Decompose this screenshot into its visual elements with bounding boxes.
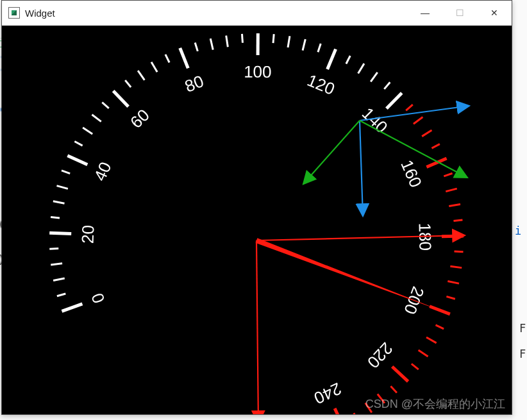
minor-tick <box>242 34 242 43</box>
minor-tick <box>195 43 197 51</box>
backdrop-fragment: F <box>519 348 526 360</box>
minor-tick <box>226 35 228 47</box>
minor-tick <box>426 337 437 343</box>
minor-tick <box>446 189 456 192</box>
major-tick <box>335 408 344 414</box>
minor-tick <box>384 82 390 89</box>
minor-tick <box>412 364 419 369</box>
major-tick <box>328 49 336 69</box>
tick-label: 0 <box>87 290 108 306</box>
minor-tick <box>446 296 455 299</box>
tick-label: 160 <box>397 157 426 190</box>
tick-label: 240 <box>311 379 344 408</box>
minor-tick <box>414 117 422 124</box>
major-tick <box>62 304 82 312</box>
close-button[interactable]: ✕ <box>477 1 512 25</box>
major-tick <box>49 233 71 233</box>
major-tick <box>180 48 188 69</box>
tick-label: 60 <box>126 105 153 132</box>
minor-tick <box>51 264 62 265</box>
maximize-button[interactable]: ☐ <box>442 1 477 25</box>
minor-tick <box>53 278 65 280</box>
minor-tick <box>303 39 305 50</box>
tick-label: 120 <box>305 71 338 99</box>
app-icon <box>8 7 20 19</box>
minimize-button[interactable]: — <box>408 1 442 25</box>
minor-tick <box>448 281 459 283</box>
minor-tick <box>151 62 157 72</box>
minor-tick <box>365 403 372 412</box>
tick-label: 40 <box>90 159 115 184</box>
minor-tick <box>431 144 439 149</box>
debug-arrow <box>256 240 258 414</box>
minor-tick <box>138 71 144 80</box>
minor-tick <box>288 36 290 47</box>
minor-tick <box>165 55 169 63</box>
major-tick <box>67 156 87 165</box>
minor-tick <box>62 171 70 174</box>
tick-label: 100 <box>244 62 272 81</box>
minor-tick <box>102 103 108 108</box>
minor-tick <box>419 350 428 357</box>
tick-label: 220 <box>364 339 397 372</box>
major-tick <box>392 367 408 382</box>
minor-tick <box>358 63 364 73</box>
minor-tick <box>210 38 213 50</box>
titlebar[interactable]: Widget — ☐ ✕ <box>2 1 512 26</box>
minor-tick <box>444 173 452 176</box>
minor-tick <box>83 128 92 134</box>
minor-tick <box>346 56 350 63</box>
minor-tick <box>49 249 58 249</box>
minor-tick <box>378 394 385 403</box>
minor-tick <box>92 115 101 122</box>
minor-tick <box>390 386 396 392</box>
major-tick <box>113 91 129 107</box>
minor-tick <box>406 105 413 110</box>
window-controls: — ☐ ✕ <box>408 1 512 25</box>
minor-tick <box>57 294 65 296</box>
debug-arrow <box>360 121 363 216</box>
backdrop-fragment: F <box>519 322 526 335</box>
minor-tick <box>449 204 460 206</box>
window-title: Widget <box>25 8 408 19</box>
minor-tick <box>371 72 378 82</box>
minor-tick <box>53 201 65 203</box>
minor-tick <box>125 80 131 87</box>
debug-arrow <box>303 121 360 184</box>
backdrop-fragment: i <box>515 224 521 237</box>
minor-tick <box>450 266 462 267</box>
minor-tick <box>51 217 60 218</box>
minor-tick <box>435 325 444 329</box>
minor-tick <box>455 251 464 252</box>
major-tick <box>387 93 402 108</box>
tick-label: 80 <box>182 71 206 96</box>
minor-tick <box>354 413 358 414</box>
minor-tick <box>74 141 82 146</box>
app-window: Widget — ☐ ✕ 020406080100120140160180200… <box>1 0 512 415</box>
minor-tick <box>422 130 431 137</box>
gauge-svg: 020406080100120140160180200220240 <box>2 26 512 414</box>
gauge-canvas: 020406080100120140160180200220240 CSDN @… <box>2 26 512 414</box>
minor-tick <box>318 44 321 52</box>
minor-tick <box>56 186 67 189</box>
minor-tick <box>453 220 462 221</box>
minor-tick <box>273 34 274 43</box>
tick-label: 20 <box>78 224 98 244</box>
